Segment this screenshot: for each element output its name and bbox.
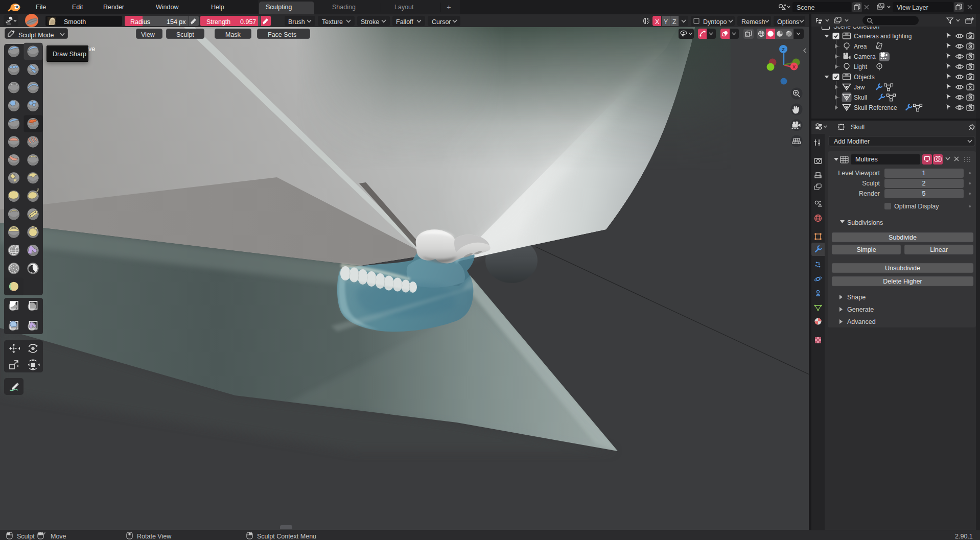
svg-text:Light: Light: [854, 63, 868, 71]
svg-text:Area: Area: [854, 43, 867, 50]
svg-text:Z: Z: [782, 47, 785, 52]
svg-text:Subdivide: Subdivide: [889, 234, 917, 241]
svg-text:Optimal Display: Optimal Display: [894, 203, 939, 210]
svg-text:Skull Reference: Skull Reference: [854, 104, 897, 111]
svg-text:Multires: Multires: [855, 156, 878, 163]
svg-text:Sculpt: Sculpt: [862, 180, 880, 187]
svg-text:Subdivisions: Subdivisions: [847, 219, 883, 226]
svg-text:Delete Higher: Delete Higher: [883, 278, 922, 285]
svg-text:Skull: Skull: [851, 124, 865, 131]
svg-text:Jaw: Jaw: [854, 84, 865, 91]
svg-text:Generate: Generate: [847, 306, 874, 313]
svg-text:Objects: Objects: [854, 74, 875, 81]
svg-text:Camera: Camera: [854, 53, 876, 60]
svg-text:Unsubdivide: Unsubdivide: [885, 265, 920, 272]
svg-text:Simple: Simple: [856, 246, 876, 253]
svg-text:Shape: Shape: [847, 294, 866, 301]
svg-text:Scene Collection: Scene Collection: [833, 27, 879, 30]
svg-text:2: 2: [922, 180, 926, 187]
svg-text:Add Modifier: Add Modifier: [834, 138, 870, 145]
svg-text:Linear: Linear: [930, 246, 948, 253]
svg-text:Level Viewport: Level Viewport: [838, 170, 880, 177]
svg-text:5: 5: [922, 190, 926, 197]
svg-text:Render: Render: [859, 190, 880, 197]
svg-text:1: 1: [922, 170, 926, 177]
svg-text:Skull: Skull: [854, 94, 867, 101]
svg-text:X: X: [792, 64, 796, 69]
svg-text:Advanced: Advanced: [847, 318, 876, 325]
svg-text:Cameras and lighting: Cameras and lighting: [854, 33, 912, 40]
